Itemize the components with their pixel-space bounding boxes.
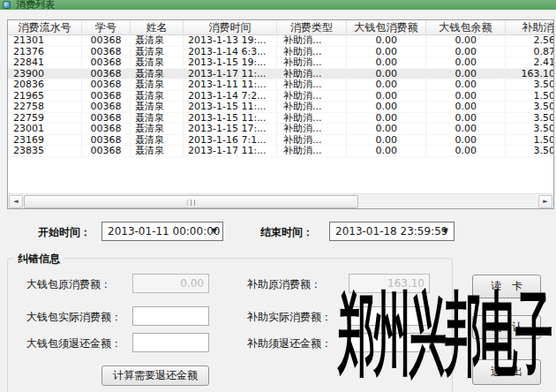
table-cell: 聂清泉	[131, 102, 184, 113]
column-header[interactable]: 消费流水号	[8, 20, 82, 35]
table-row[interactable]: 2284100368聂清泉2013-1-15 19:...补助消...0.000…	[8, 57, 553, 69]
table-cell: 聂清泉	[131, 79, 184, 91]
calculate-refund-button[interactable]: 计算需要退还金额	[101, 366, 209, 386]
table-cell: 聂清泉	[131, 91, 184, 102]
wallet-refund-field[interactable]	[132, 333, 209, 352]
subsidy-original-label: 补助原消费额：	[247, 277, 321, 292]
table-cell: 1.50	[506, 91, 553, 102]
table-cell: 3.50	[506, 102, 553, 113]
table-cell: 2.41	[506, 57, 553, 69]
table-row[interactable]: 2390000368聂清泉2013-1-17 11:...补助消...0.000…	[8, 69, 553, 80]
wallet-original-label: 大钱包原消费额：	[26, 277, 111, 292]
column-header[interactable]: 大钱包消费额	[347, 20, 426, 35]
table-row[interactable]: 2275800368聂清泉2013-1-15 11:...补助消...0.000…	[8, 102, 553, 113]
table-cell: 聂清泉	[131, 146, 184, 157]
correction-group-label: 纠错信息	[14, 252, 64, 267]
table-cell: 00368	[82, 135, 131, 147]
subsidy-original-field	[349, 274, 430, 293]
table-cell: 0.00	[426, 91, 506, 102]
table-cell: 00368	[82, 113, 131, 124]
table-cell: 3.50	[506, 124, 553, 135]
table-row[interactable]: 2137600368聂清泉2013-1-14 6:3...补助消...0.000…	[8, 47, 553, 58]
column-header[interactable]: 姓名	[131, 20, 184, 35]
confirm-button[interactable]: 确 认	[472, 315, 541, 339]
table-cell: 21965	[8, 91, 82, 102]
table-cell: 2013-1-15 17:...	[184, 124, 277, 135]
table-cell: 2013-1-15 19:...	[184, 57, 277, 69]
subsidy-refund-field[interactable]	[349, 333, 430, 352]
chevron-down-icon: ▼	[443, 222, 448, 240]
horizontal-scrollbar[interactable]: ◄ ►	[8, 193, 553, 208]
end-time-dropdown[interactable]: 2013-01-18 23:59:59 ▼	[329, 222, 455, 241]
table-cell: 2013-1-13 19:...	[184, 35, 277, 47]
table-cell: 补助消...	[277, 113, 347, 124]
table-cell: 0.00	[347, 135, 426, 147]
column-header[interactable]: 消费类型	[277, 20, 347, 35]
table-row[interactable]: 2196500368聂清泉2013-1-14 7:2...补助消...0.000…	[8, 91, 553, 102]
column-header[interactable]: 消费时间	[184, 20, 277, 35]
table-cell: 1.50	[506, 135, 553, 147]
scroll-left-arrow-icon[interactable]: ◄	[9, 195, 23, 208]
table-cell: 0.00	[347, 35, 426, 47]
table-row[interactable]: 2300100368聂清泉2013-1-15 17:...补助消...0.000…	[8, 124, 553, 135]
exit-button[interactable]: 退 出	[472, 359, 541, 385]
table-cell: 163.10	[506, 69, 553, 80]
table-cell: 2013-1-15 11:...	[184, 113, 277, 124]
table-cell: 0.00	[347, 91, 426, 102]
table-cell: 2.56	[506, 35, 553, 47]
table-cell: 2013-1-14 6:3...	[184, 47, 277, 58]
table-cell: 2013-1-15 11:...	[184, 102, 277, 113]
table-cell: 聂清泉	[131, 124, 184, 135]
subsidy-actual-field[interactable]	[349, 306, 430, 326]
scroll-right-arrow-icon[interactable]: ►	[538, 195, 552, 208]
table-cell: 20836	[8, 79, 82, 91]
table-cell: 23169	[8, 135, 82, 147]
table-cell: 3.50	[506, 113, 553, 124]
table-cell: 补助消...	[277, 35, 347, 47]
wallet-actual-label: 大钱包实际消费额：	[26, 310, 122, 325]
table-cell: 2013-1-17 11:...	[184, 69, 277, 80]
table-cell: 0.00	[347, 113, 426, 124]
wallet-actual-field[interactable]	[132, 306, 209, 326]
table-cell: 补助消...	[277, 135, 347, 147]
table-row[interactable]: 2383500368聂清泉2013-1-17 11:...补助消...0.000…	[8, 146, 553, 157]
table-row[interactable]: 2130100368聂清泉2013-1-13 19:...补助消...0.000…	[8, 35, 553, 47]
table-cell: 补助消...	[277, 69, 347, 80]
table-cell: 0.87	[506, 47, 553, 58]
column-header[interactable]: 大钱包余额	[426, 20, 506, 35]
table-cell: 00368	[82, 146, 131, 157]
subsidy-refund-label: 补助须退还金额：	[247, 336, 332, 351]
read-card-button[interactable]: 读 卡	[472, 275, 541, 298]
table-row[interactable]: 2316900368聂清泉2013-1-16 7:1...补助消...0.000…	[8, 135, 553, 147]
table-cell: 00368	[82, 102, 131, 113]
table-cell: 0.00	[426, 47, 506, 58]
table-row[interactable]: 2275900368聂清泉2013-1-15 11:...补助消...0.000…	[8, 113, 553, 124]
table-cell: 00368	[82, 35, 131, 47]
window-title: 消费列表	[16, 0, 55, 10]
table-cell: 00368	[82, 57, 131, 69]
table-cell: 3.50	[506, 146, 553, 157]
app-icon	[3, 1, 11, 9]
table-cell: 2013-1-17 11:...	[184, 146, 277, 157]
start-time-value: 2013-01-11 00:00:00	[108, 225, 220, 237]
table-cell: 0.00	[347, 79, 426, 91]
table-cell: 0.00	[426, 113, 506, 124]
table-cell: 补助消...	[277, 146, 347, 157]
column-header[interactable]: 学号	[82, 20, 131, 35]
table-cell: 聂清泉	[131, 57, 184, 69]
table-cell: 0.00	[426, 135, 506, 147]
table-row[interactable]: 2083600368聂清泉2013-1-11 11:...补助消...0.000…	[8, 79, 553, 91]
consumption-table: 消费流水号学号姓名消费时间消费类型大钱包消费额大钱包余额补助消费额 213010…	[7, 19, 554, 209]
start-time-dropdown[interactable]: 2013-01-11 00:00:00 ▼	[101, 222, 223, 241]
table-cell: 0.00	[426, 124, 506, 135]
table-cell: 聂清泉	[131, 47, 184, 58]
column-header[interactable]: 补助消费额	[506, 20, 554, 35]
table-cell: 0.00	[347, 47, 426, 58]
table-cell: 聂清泉	[131, 35, 184, 47]
table-cell: 00368	[82, 91, 131, 102]
table-cell: 00368	[82, 47, 131, 58]
end-time-label: 结束时间：	[260, 225, 313, 240]
table-cell: 0.00	[347, 69, 426, 80]
table-cell: 0.00	[347, 102, 426, 113]
scrollbar-thumb[interactable]	[24, 195, 358, 208]
